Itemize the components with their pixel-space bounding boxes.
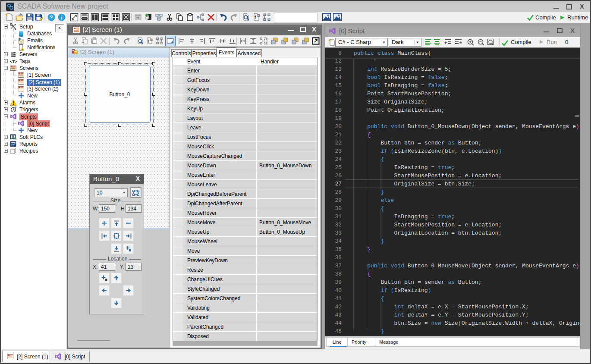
svg-text:b: b: [258, 14, 260, 17]
svg-text:?: ?: [50, 15, 53, 21]
svg-text:<T>: <T>: [10, 59, 17, 64]
svg-text:b: b: [151, 38, 153, 41]
